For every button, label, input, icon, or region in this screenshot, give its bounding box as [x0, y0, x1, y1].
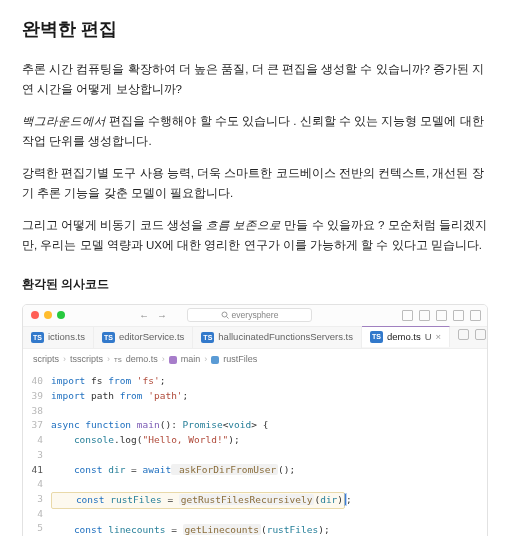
svg-point-0 [222, 312, 227, 317]
minimize-icon[interactable] [44, 311, 52, 319]
nav-forward-icon[interactable]: → [154, 307, 170, 324]
paragraph-2: 백그라운드에서 편집을 수행해야 할 수도 있습니다 . 신뢰할 수 있는 지능… [22, 111, 488, 151]
paragraph-1: 추론 시간 컴퓨팅을 확장하여 더 높은 품질, 더 큰 편집을 생성할 수 있… [22, 59, 488, 99]
typescript-icon: TS [201, 332, 214, 344]
variable-icon [211, 356, 219, 364]
layout-icon-2[interactable] [419, 310, 430, 321]
page-title: 완벽한 편집 [22, 14, 488, 45]
typescript-icon: TS [370, 331, 383, 343]
titlebar-actions [402, 310, 481, 321]
svg-line-1 [226, 317, 228, 319]
zoom-icon[interactable] [57, 311, 65, 319]
tab-label: ictions.ts [48, 329, 85, 345]
compare-icon[interactable] [458, 329, 469, 340]
search-icon [221, 311, 229, 319]
breadcrumb-part[interactable]: scripts [33, 352, 59, 367]
tab-editor-service[interactable]: TS editorService.ts [94, 327, 193, 348]
close-tab-icon[interactable]: × [436, 329, 442, 345]
tab-bar: TS ictions.ts TS editorService.ts TS hal… [23, 327, 487, 349]
tab-hallucinated-functions[interactable]: TS hallucinatedFunctionsServers.ts [193, 327, 362, 348]
function-icon [169, 356, 177, 364]
tab-ictions[interactable]: TS ictions.ts [23, 327, 94, 348]
typescript-icon: TS [114, 355, 122, 365]
layout-icon-4[interactable] [453, 310, 464, 321]
tab-label: demo.ts [387, 329, 421, 345]
tab-label: editorService.ts [119, 329, 184, 345]
layout-icon-5[interactable] [470, 310, 481, 321]
breadcrumb-part[interactable]: demo.ts [126, 352, 158, 367]
tab-label: hallucinatedFunctionsServers.ts [218, 329, 353, 345]
code-lines[interactable]: import fs from 'fs';import path from 'pa… [51, 374, 487, 536]
dirty-indicator: U [425, 329, 432, 345]
editor-window: ← → everysphere TS ictions.ts TS editorS… [22, 304, 488, 536]
typescript-icon: TS [31, 332, 44, 344]
paragraph-3: 강력한 편집기별 도구 사용 능력, 더욱 스마트한 코드베이스 전반의 컨텍스… [22, 163, 488, 203]
breadcrumb-part[interactable]: tsscripts [70, 352, 103, 367]
command-center[interactable]: everysphere [187, 308, 312, 322]
layout-icon-3[interactable] [436, 310, 447, 321]
tab-demo[interactable]: TS demo.ts U × [362, 326, 450, 347]
typescript-icon: TS [102, 332, 115, 344]
nav-arrows[interactable]: ← → [136, 307, 170, 324]
close-icon[interactable] [31, 311, 39, 319]
paragraph-4: 그리고 어떻게 비동기 코드 생성을 흐름 보존으로 만들 수 있을까요 ? 모… [22, 215, 488, 255]
split-icon[interactable] [475, 329, 486, 340]
line-gutter: 40 39 38 37 4 3 41 4 3 4 5 6 [23, 374, 51, 536]
titlebar: ← → everysphere [23, 305, 487, 327]
breadcrumb-part[interactable]: main [181, 352, 201, 367]
section-title: 환각된 의사코드 [22, 274, 488, 294]
breadcrumb[interactable]: scripts› tsscripts› TS demo.ts› main› ru… [23, 349, 487, 370]
breadcrumb-part[interactable]: rustFiles [223, 352, 257, 367]
search-placeholder: everysphere [232, 308, 279, 322]
layout-icon-1[interactable] [402, 310, 413, 321]
nav-back-icon[interactable]: ← [136, 307, 152, 324]
code-area[interactable]: 40 39 38 37 4 3 41 4 3 4 5 6 import fs f… [23, 370, 487, 536]
window-controls[interactable] [31, 311, 65, 319]
text-caret [345, 494, 346, 505]
